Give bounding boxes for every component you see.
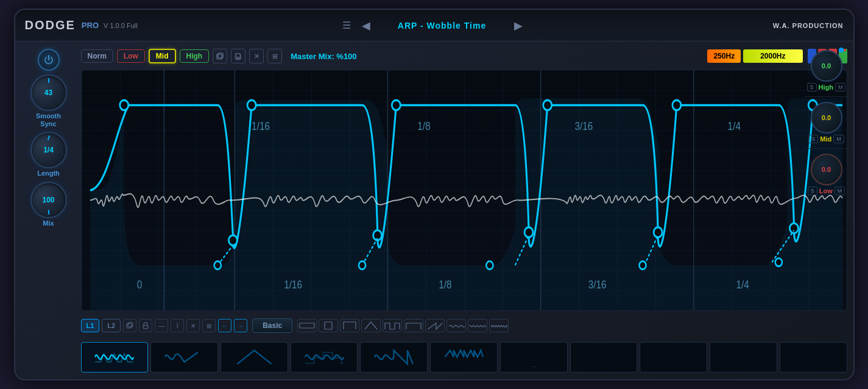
shape-bar-btn[interactable]: I: [171, 319, 184, 332]
svg-point-28: [639, 262, 646, 269]
smooth-knob[interactable]: 43: [30, 74, 67, 111]
high-band-m-button[interactable]: M: [835, 83, 846, 91]
svg-text:0: 0: [136, 279, 142, 291]
mix-knob[interactable]: 100: [30, 182, 67, 218]
svg-rect-0: [217, 54, 222, 59]
lfo-shape-sine-saw[interactable]: [360, 342, 428, 373]
logo-dodge: DODGE: [25, 18, 76, 32]
length-knob[interactable]: 1/4: [30, 132, 67, 168]
waveform-display[interactable]: 0 1/16 1/8 3/16 1/4 1/16 1/8 3/16 1/4: [81, 70, 847, 311]
svg-text:1/4: 1/4: [736, 279, 749, 291]
divider-2: [805, 148, 849, 149]
lfo-shape-multi-sine[interactable]: [81, 342, 149, 373]
svg-text:1/8: 1/8: [439, 279, 451, 291]
env-wavy-btn[interactable]: [446, 319, 466, 332]
svg-text:1/4: 1/4: [727, 120, 740, 132]
shape-minus-btn[interactable]: —: [155, 319, 168, 332]
logo-pro: PRO: [82, 21, 99, 30]
low-band-label: Low: [819, 187, 833, 194]
basic-preset-button[interactable]: Basic: [252, 318, 292, 333]
shape-x-btn[interactable]: ✕: [186, 319, 200, 332]
logo-area: DODGE PRO V 1.0.0 Full: [25, 18, 138, 32]
svg-point-9: [119, 100, 128, 110]
next-preset-button[interactable]: ▶: [510, 18, 526, 34]
lfo-shape-ramp[interactable]: [221, 342, 288, 373]
main-content: 43 SmoothSync 1/4 Length 100 Mix: [15, 41, 853, 379]
env-flat-btn[interactable]: [297, 319, 317, 332]
svg-rect-2: [237, 57, 239, 59]
power-button[interactable]: [38, 49, 60, 71]
low-band-s-button[interactable]: S: [808, 187, 817, 195]
svg-text:3/16: 3/16: [574, 120, 593, 132]
arrow-left-btn[interactable]: ←: [218, 319, 231, 332]
svg-point-17: [672, 100, 680, 110]
mid-band-controls: S Mid M: [808, 135, 844, 143]
low-band-m-button[interactable]: M: [834, 187, 845, 195]
shape-lock-btn[interactable]: [139, 319, 152, 332]
shape-copy-btn[interactable]: [123, 319, 136, 332]
filter-norm-button[interactable]: Norm: [81, 49, 113, 63]
length-knob-value: 1/4: [43, 146, 54, 154]
delete-icon[interactable]: ✕: [249, 49, 264, 63]
logo-version: V 1.0.0 Full: [104, 22, 138, 29]
env-complex-btn[interactable]: [489, 319, 509, 332]
save-icon[interactable]: [231, 49, 245, 63]
env-step-btn[interactable]: [404, 319, 423, 332]
lfo-shape-complex-wave[interactable]: [430, 342, 498, 373]
low-band-value: 0.0: [822, 166, 831, 173]
mid-band-label: Mid: [820, 135, 831, 143]
svg-text:1/16: 1/16: [284, 279, 302, 291]
high-band-controls: S High M: [807, 83, 846, 91]
env-thin-btn[interactable]: [319, 319, 338, 332]
menu-icon[interactable]: ☰: [342, 20, 351, 31]
filter-mid-button[interactable]: Mid: [149, 49, 176, 63]
length-knob-container: 1/4 Length: [30, 132, 67, 177]
svg-point-18: [789, 223, 798, 233]
env-pulse-btn[interactable]: [383, 319, 402, 332]
svg-point-14: [524, 227, 533, 237]
svg-text:1/8: 1/8: [417, 120, 430, 132]
mid-band-s-button[interactable]: S: [808, 135, 818, 143]
prev-preset-button[interactable]: ◀: [358, 18, 374, 34]
high-band-knob[interactable]: 0.0: [811, 50, 842, 82]
lfo-shape-staircase[interactable]: [291, 342, 358, 373]
filter-low-button[interactable]: Low: [117, 49, 145, 63]
lfo-shape-empty1[interactable]: --: [500, 342, 568, 373]
center-panel: Norm Low Mid High ✕ ⊞ Master Mix: %100 2…: [81, 46, 847, 374]
lfo-shape-empty4[interactable]: [710, 342, 777, 373]
freq-low-display[interactable]: 250Hz: [707, 49, 741, 63]
mid-band-knob[interactable]: 0.0: [811, 102, 842, 134]
env-ramp-up-btn[interactable]: [340, 319, 359, 332]
layer-l1-button[interactable]: L1: [81, 319, 100, 332]
left-panel: 43 SmoothSync 1/4 Length 100 Mix: [21, 46, 76, 374]
high-band-label: High: [819, 84, 833, 91]
plugin-container: DODGE PRO V 1.0.0 Full ☰ ◀ ARP - Wobble …: [14, 9, 855, 380]
shape-grid-btn[interactable]: ⊞: [202, 319, 216, 332]
mid-band-m-button[interactable]: M: [833, 135, 844, 143]
lfo-shape-empty2[interactable]: [570, 342, 638, 373]
freq-high-display[interactable]: 2000Hz: [743, 49, 802, 63]
filter-high-button[interactable]: High: [180, 49, 210, 63]
layer-l2-button[interactable]: L2: [102, 319, 121, 332]
env-multi-wavy-btn[interactable]: [468, 319, 487, 332]
bottom-controls-row1: L1 L2 — I ✕ ⊞ ← → Basic: [81, 315, 847, 337]
env-saw-btn[interactable]: [425, 319, 445, 332]
divider-1: [805, 96, 849, 97]
grid-icon[interactable]: ⊞: [267, 49, 282, 63]
arrow-right-btn[interactable]: →: [234, 319, 247, 332]
mix-knob-label: Mix: [43, 219, 54, 227]
lfo-shape-sine-ramp[interactable]: [150, 342, 218, 373]
svg-point-11: [247, 100, 256, 110]
high-band-section: 0.0 S High M: [805, 50, 849, 91]
lfo-shape-empty3[interactable]: [640, 342, 707, 373]
mix-knob-container: 100 Mix: [30, 182, 67, 227]
smooth-knob-label: SmoothSync: [36, 112, 61, 128]
svg-point-29: [775, 259, 782, 266]
master-mix-label: Master Mix: %100: [291, 52, 356, 61]
high-band-s-button[interactable]: S: [807, 83, 817, 91]
low-band-knob[interactable]: 0.0: [811, 154, 842, 185]
high-band-value: 0.0: [822, 62, 831, 70]
env-triangle-btn[interactable]: [361, 319, 381, 332]
copy-icon[interactable]: [213, 49, 227, 63]
lfo-shapes-row: --: [81, 340, 847, 374]
